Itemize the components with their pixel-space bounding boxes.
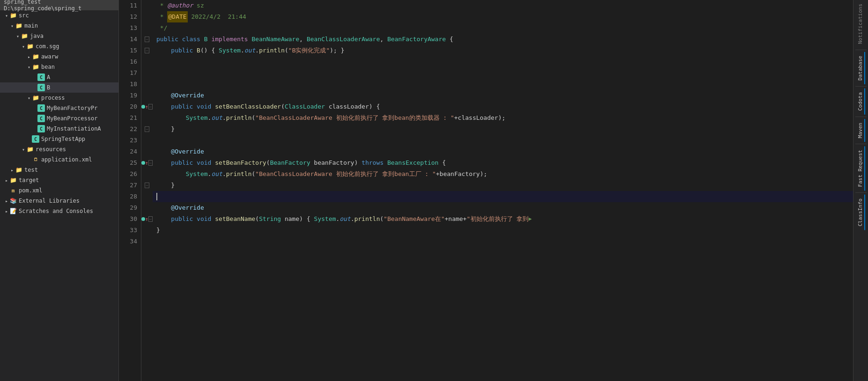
gutter-16 (141, 56, 153, 67)
folder-icon-resources: 📁 (26, 146, 34, 153)
arrow-bean (26, 64, 32, 70)
class-icon-springtestapp: C (32, 135, 39, 143)
label-external-libs: External Libraries (19, 198, 117, 204)
label-B: B (47, 84, 117, 91)
right-tool-codota[interactable]: Codota (856, 88, 865, 115)
arrow-java (15, 33, 21, 39)
line-num-16: 16 (119, 56, 137, 67)
fold-icon-14: − (145, 37, 149, 42)
code-line-29: @Override (153, 202, 853, 213)
label-pomxml: pom.xml (19, 187, 117, 194)
sidebar-item-target[interactable]: 📁 target (0, 175, 118, 185)
line-num-22: 22 (119, 124, 137, 135)
sidebar-item-springtestapp[interactable]: C SpringTestApp (0, 134, 118, 144)
label-mybeanfactorypr: MyBeanFactoryPr (47, 105, 117, 111)
line-num-24: 24 (119, 146, 137, 157)
xml-icon-applicationxml: 🗒 (32, 156, 39, 163)
code-line-16 (153, 56, 853, 67)
code-line-25: public void setBeanFactory(BeanFactory b… (153, 157, 853, 169)
sidebar-item-bean[interactable]: 📁 bean (0, 62, 118, 72)
folder-icon-main: 📁 (15, 22, 22, 29)
code-line-17 (153, 67, 853, 79)
separator-4 (855, 144, 867, 144)
gutter-23 (141, 135, 153, 146)
line-num-21: 21 (119, 112, 137, 124)
sidebar-item-mybeanprocessor[interactable]: C MyBeanProcessor (0, 113, 118, 124)
folder-icon-java: 📁 (21, 32, 28, 40)
arrow-external-libs (4, 198, 9, 204)
gutter-27: − (141, 180, 153, 191)
gutter-17 (141, 67, 153, 79)
code-line-22: } (153, 124, 853, 135)
sidebar-item-mybeanfactorypr[interactable]: C MyBeanFactoryPr (0, 103, 118, 113)
line-num-33: 33 (119, 225, 137, 236)
separator-3 (855, 117, 867, 117)
right-tool-maven[interactable]: Maven (856, 119, 865, 142)
gutter-28 (141, 191, 153, 202)
sidebar-item-pomxml[interactable]: m pom.xml (0, 185, 118, 196)
gutter-26 (141, 169, 153, 180)
sidebar-item-test[interactable]: 📁 test (0, 165, 118, 175)
code-line-24: @Override (153, 146, 853, 157)
sidebar-item-comsgg[interactable]: 📁 com.sgg (0, 41, 118, 51)
code-content[interactable]: * @author sz * @DATE 2022/4/2 21:44 */ p… (153, 0, 853, 381)
sidebar-item-B[interactable]: C B (0, 82, 118, 93)
gutter-24 (141, 146, 153, 157)
fold-icon-30: − (148, 216, 153, 222)
right-tool-classinfo[interactable]: ClassInfo (856, 195, 865, 230)
line-num-28: 28 (119, 191, 137, 202)
fold-icon-22: − (145, 126, 149, 132)
code-line-21: System.out.println("BeanClassLoaderAware… (153, 112, 853, 124)
code-line-13: */ (153, 22, 853, 34)
bookmark-30 (141, 217, 145, 221)
code-editor[interactable]: 11 12 13 14 15 16 17 18 19 20 21 22 23 2… (119, 0, 853, 381)
separator-1 (855, 50, 867, 50)
arrow-comsgg (21, 44, 26, 49)
code-line-28[interactable] (153, 191, 853, 202)
gutter-25: ↑ − (141, 157, 153, 169)
line-num-25: 25 (119, 157, 137, 169)
editor-main: 11 12 13 14 15 16 17 18 19 20 21 22 23 2… (119, 0, 853, 381)
arrow-30: ↑ (145, 216, 148, 222)
code-line-15: public B() { System.out.println("B实例化完成"… (153, 45, 853, 56)
line-num-29: 29 (119, 202, 137, 213)
fold-icon-20: − (148, 104, 153, 110)
editor-gutter: − − ↑ − − (141, 0, 153, 381)
separator-5 (855, 192, 867, 193)
code-line-14: public class B implements BeanNameAware,… (153, 34, 853, 45)
code-line-30: public void setBeanName(String name) { S… (153, 213, 853, 225)
sidebar-item-src[interactable]: 📁 src (0, 10, 118, 21)
right-tool-notifications[interactable]: Notifications (856, 0, 865, 48)
sidebar-item-scratches[interactable]: 📝 Scratches and Consoles (0, 206, 118, 216)
right-tool-fastrequest[interactable]: Fast Request (856, 146, 865, 190)
project-title: spring_test D:\spring_code\spring_t (0, 0, 118, 10)
line-num-26: 26 (119, 169, 137, 180)
line-num-13: 13 (119, 22, 137, 34)
label-test: test (24, 167, 117, 173)
label-target: target (19, 177, 117, 183)
sidebar-item-resources[interactable]: 📁 resources (0, 144, 118, 154)
gutter-30: ↑ − (141, 213, 153, 225)
fold-icon-15: − (145, 48, 149, 53)
right-tool-database[interactable]: Database (856, 52, 865, 84)
fold-icon-27: − (145, 183, 149, 188)
sidebar-item-process[interactable]: 📁 process (0, 93, 118, 103)
label-src: src (19, 12, 117, 19)
folder-icon-external-libs: 📚 (9, 197, 17, 205)
code-line-23 (153, 135, 853, 146)
sidebar-item-myinstantiationa[interactable]: C MyInstantiationA (0, 124, 118, 134)
gutter-19 (141, 90, 153, 101)
line-num-15: 15 (119, 45, 137, 56)
sidebar-item-java[interactable]: 📁 java (0, 31, 118, 41)
gutter-15: − (141, 45, 153, 56)
sidebar-item-awarw[interactable]: 📁 awarw (0, 51, 118, 62)
folder-icon-awarw: 📁 (32, 53, 39, 60)
label-scratches: Scratches and Consoles (19, 208, 117, 214)
sidebar-item-A[interactable]: C A (0, 72, 118, 82)
sidebar-item-main[interactable]: 📁 main (0, 21, 118, 31)
line-numbers: 11 12 13 14 15 16 17 18 19 20 21 22 23 2… (119, 0, 141, 381)
arrow-test (9, 167, 15, 173)
sidebar-item-applicationxml[interactable]: 🗒 application.xml (0, 154, 118, 165)
line-num-14: 14 (119, 34, 137, 45)
sidebar-item-external-libs[interactable]: 📚 External Libraries (0, 196, 118, 206)
